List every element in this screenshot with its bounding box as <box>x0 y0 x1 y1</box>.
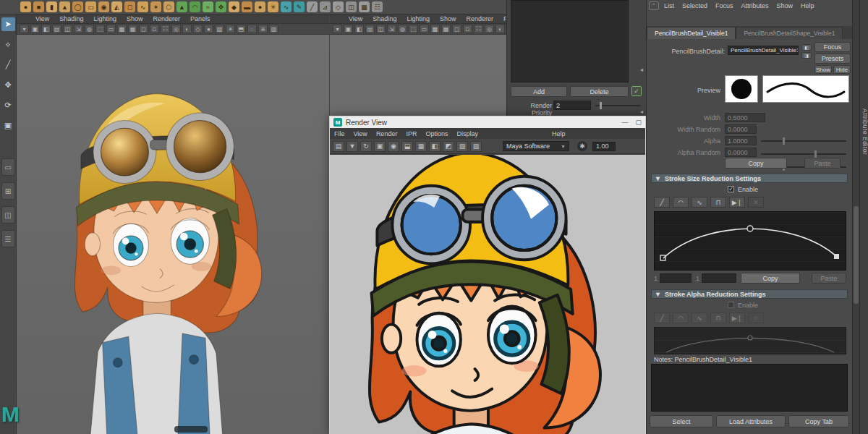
panel-collapse-arrow-top[interactable]: ◂ <box>640 67 643 73</box>
poly-soccer-icon[interactable]: ⬡ <box>163 1 174 12</box>
menu-item[interactable]: View <box>35 15 49 22</box>
menu-item[interactable]: Show <box>777 2 793 9</box>
menu-item[interactable]: Selected <box>682 2 707 9</box>
menu-item[interactable]: Display <box>456 130 478 137</box>
lasso-select-tool[interactable]: ⟡ <box>1 38 15 51</box>
gate-mask-icon[interactable]: ▩ <box>117 25 127 33</box>
pencil-tool-icon[interactable]: ✎ <box>294 1 305 12</box>
menu-item[interactable]: Lighting <box>407 15 430 22</box>
poly-pipe-icon[interactable]: ◻ <box>124 1 135 12</box>
ipr-render-icon[interactable]: ◉ <box>388 141 399 152</box>
render-settings-gear-icon[interactable]: ✱ <box>577 141 587 151</box>
minimize-icon[interactable]: — <box>621 119 628 126</box>
curve-tool-icon[interactable]: ∿ <box>281 1 292 12</box>
lock-camera-icon[interactable]: ▣ <box>344 25 353 33</box>
redo-render-icon[interactable]: ↻ <box>360 141 372 152</box>
hide-button[interactable]: Hide <box>833 65 851 74</box>
curve-y-field[interactable] <box>702 273 736 283</box>
brush-preview-swatch[interactable] <box>725 75 758 103</box>
curve-copy-button[interactable]: Copy <box>741 273 800 284</box>
ao-icon[interactable]: ◌ <box>247 25 257 33</box>
section-stroke-size[interactable]: ▼ Stroke Size Reduction Settings <box>651 174 848 183</box>
menu-item[interactable]: Shading <box>59 15 83 22</box>
menu-item[interactable]: Renderer <box>466 15 493 22</box>
sidebar-tab-attribute-editor[interactable]: Attribute Editor <box>861 109 868 155</box>
menu-item[interactable]: Show <box>127 15 143 22</box>
menu-item[interactable]: Lighting <box>93 15 116 22</box>
open-image-icon[interactable]: ▤ <box>333 141 344 152</box>
knife-tool-icon[interactable]: ╱ <box>307 1 318 12</box>
textured-icon[interactable]: ▧ <box>215 25 224 33</box>
node-list-icon[interactable]: ◧ <box>801 44 812 51</box>
multisample-icon[interactable]: ▥ <box>269 25 278 33</box>
menu-item[interactable]: Renderer <box>153 15 180 22</box>
menu-item[interactable]: Help <box>801 2 814 9</box>
menu-item[interactable]: View <box>354 130 367 137</box>
render-view-titlebar[interactable]: M Render View — ▢ <box>330 116 645 128</box>
presets-button[interactable]: Presets <box>814 54 851 64</box>
node-history-icon[interactable]: ◨ <box>801 52 812 59</box>
poly-cube-icon[interactable]: ■ <box>33 1 44 12</box>
delete-button[interactable]: Delete <box>570 86 629 97</box>
layout-hypershade-button[interactable]: ☰ <box>1 230 15 247</box>
paint-select-tool[interactable]: ╱ <box>1 58 15 72</box>
notes-textarea[interactable] <box>651 364 848 412</box>
xray-icon[interactable]: ◐ <box>182 25 192 33</box>
size-curve-graph[interactable] <box>654 211 846 271</box>
poly-helix-icon[interactable]: ∿ <box>137 1 148 12</box>
camera-attributes-icon[interactable]: ◧ <box>354 25 364 33</box>
poly-cone-icon[interactable]: ▲ <box>59 1 70 12</box>
keep-image-icon[interactable]: ▧ <box>456 141 468 152</box>
smooth-tool-icon[interactable]: ◠ <box>190 1 200 12</box>
tab-pencilbrushdetail[interactable]: PencilBrushDetail_Visible1 <box>647 27 736 39</box>
image-plane-icon[interactable]: ◫ <box>376 25 386 33</box>
section-stroke-alpha[interactable]: ▼ Stroke Alpha Reduction Settings <box>651 289 848 299</box>
menu-item[interactable]: Panels <box>190 15 210 22</box>
step-curve-icon[interactable]: ⊓ <box>710 197 726 208</box>
frame-all-icon[interactable]: ⛶ <box>474 25 483 33</box>
poly-gear-icon[interactable]: ✶ <box>150 1 161 12</box>
resolution-gate-icon[interactable]: ▭ <box>420 25 429 33</box>
tab-pencilbrushdetailshape[interactable]: PencilBrushDetailShape_Visible1 <box>736 27 843 39</box>
oversample-icon[interactable]: ◍ <box>398 25 407 33</box>
refresh-button[interactable]: ✓ <box>631 86 642 96</box>
curve-x-field[interactable] <box>660 273 692 283</box>
move-tool[interactable]: ✥ <box>1 78 15 92</box>
menu-item[interactable]: List <box>664 2 674 9</box>
sculpt-tool-icon[interactable]: ▲ <box>176 1 187 12</box>
layout-four-pane-button[interactable]: ⊞ <box>1 182 15 200</box>
add-button[interactable]: Add <box>511 86 567 97</box>
render-priority-field[interactable]: 2 <box>553 101 591 110</box>
select-tool[interactable]: ➤ <box>1 17 15 31</box>
render-settings-icon[interactable]: ▦ <box>415 141 427 152</box>
poly-plane-icon[interactable]: ▭ <box>85 1 96 12</box>
camera-attributes-icon[interactable]: ◧ <box>41 25 51 33</box>
stroke-preview-swatch[interactable] <box>762 75 849 103</box>
frame-selection-icon[interactable]: ◎ <box>171 25 181 33</box>
render-priority-slider[interactable] <box>595 105 640 106</box>
focus-button[interactable]: Focus <box>814 42 851 52</box>
enable-alpha-checkbox[interactable] <box>728 302 734 308</box>
2d-pan-zoom-icon[interactable]: ⇲ <box>387 25 396 33</box>
menu-item[interactable]: IPR <box>406 130 417 137</box>
gate-mask-icon[interactable]: ▩ <box>430 25 440 33</box>
lock-camera-icon[interactable]: ▣ <box>30 25 40 33</box>
motion-blur-icon[interactable]: ≋ <box>258 25 268 33</box>
field-chart-icon[interactable]: ▦ <box>128 25 137 33</box>
stroke-list[interactable] <box>511 0 629 82</box>
maximize-icon[interactable]: ▢ <box>635 119 642 126</box>
film-gate-icon[interactable]: ⬚ <box>409 25 418 33</box>
flatten-tool-icon[interactable]: ▬ <box>242 1 252 12</box>
safe-action-icon[interactable]: ◻ <box>452 25 461 33</box>
grab-tool-icon[interactable]: ✥ <box>216 1 226 12</box>
scale-tool[interactable]: ▣ <box>1 119 15 132</box>
menu-item[interactable]: View <box>349 15 362 22</box>
layout-single-pane-button[interactable]: ▭ <box>1 158 15 176</box>
lattice-tool-icon[interactable]: ▦ <box>359 1 370 12</box>
select-camera-icon[interactable]: ▾ <box>333 25 342 33</box>
attribute-editor-scrollbar[interactable] <box>852 0 859 434</box>
bookmarks-icon[interactable]: ▤ <box>52 25 61 33</box>
film-gate-icon[interactable]: ⬚ <box>95 25 105 33</box>
smooth-curve-icon[interactable]: ◠ <box>673 197 689 208</box>
linear-curve-icon[interactable]: ╱ <box>654 197 670 208</box>
